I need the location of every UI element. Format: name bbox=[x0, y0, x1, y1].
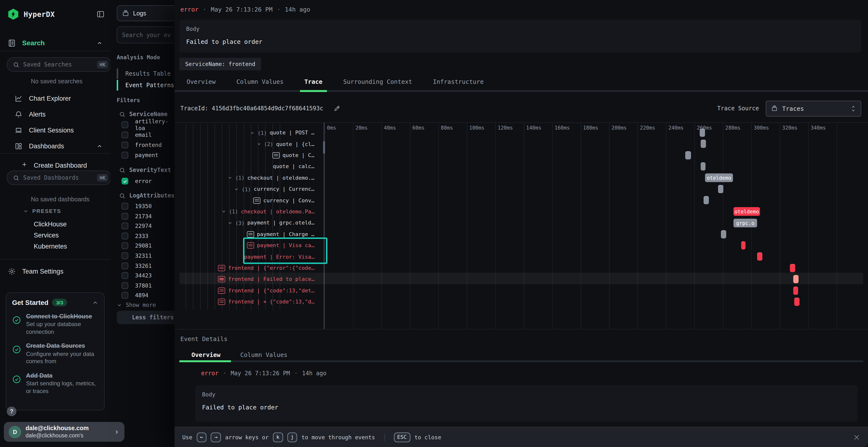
checkbox[interactable] bbox=[122, 282, 128, 289]
k-key[interactable]: k bbox=[273, 432, 283, 442]
filter-option-32311[interactable]: 32311 bbox=[122, 251, 152, 260]
checkbox[interactable] bbox=[122, 132, 128, 138]
checkbox[interactable] bbox=[122, 243, 128, 249]
arrow-left-key[interactable]: ← bbox=[197, 432, 207, 442]
span-row-label[interactable]: quote | C… bbox=[179, 150, 319, 161]
filter-option-29081[interactable]: 29081 bbox=[122, 242, 152, 250]
create-dashboard-button[interactable]: Create Dashboard bbox=[0, 160, 111, 171]
sidebar-item-client-sessions[interactable]: Client Sessions bbox=[0, 124, 111, 136]
span-row-label[interactable]: frontend | {"error":{"code… bbox=[179, 263, 319, 274]
details-tab-overview[interactable]: Overview bbox=[191, 351, 220, 358]
span-duration-bar[interactable] bbox=[721, 230, 726, 238]
esc-key[interactable]: ESC bbox=[394, 432, 410, 442]
scrollbar-handle[interactable] bbox=[323, 141, 325, 153]
checkbox[interactable] bbox=[122, 122, 128, 128]
arrow-right-key[interactable]: → bbox=[211, 432, 221, 442]
filter-option-frontend[interactable]: frontend bbox=[122, 141, 162, 149]
analysis-mode-results-table[interactable]: Results Table bbox=[117, 68, 175, 79]
sidebar-item-alerts[interactable]: Alerts bbox=[0, 108, 111, 120]
preset-item-services[interactable]: Services bbox=[34, 232, 59, 239]
span-row-label[interactable]: frontend | Failed to place… bbox=[179, 274, 319, 285]
span-duration-bar[interactable] bbox=[741, 241, 745, 249]
saved-searches-input[interactable]: Saved Searches ⌘K bbox=[7, 57, 112, 72]
chevron-down-icon[interactable] bbox=[221, 209, 226, 214]
user-menu[interactable]: D dale@clickhouse.com dale@clickhouse.co… bbox=[4, 422, 124, 442]
saved-dashboards-input[interactable]: Saved Dashboards ⌘K bbox=[7, 171, 112, 185]
span-duration-bar[interactable] bbox=[794, 298, 800, 306]
chevron-down-icon[interactable] bbox=[234, 187, 239, 192]
span-row-label[interactable]: (1)checkout | oteldemo.Pa… bbox=[179, 206, 319, 217]
chevron-down-icon[interactable] bbox=[227, 176, 232, 180]
span-row-label[interactable]: (1)quote | POST … bbox=[179, 127, 319, 138]
span-bar-chip[interactable]: oteldemo bbox=[705, 173, 733, 182]
edit-icon[interactable] bbox=[334, 105, 340, 112]
chevron-down-icon[interactable] bbox=[256, 142, 261, 146]
span-row-label[interactable]: frontend | {"code":13,"det… bbox=[179, 285, 319, 296]
span-duration-bar[interactable] bbox=[701, 162, 706, 171]
checkbox[interactable] bbox=[122, 233, 128, 239]
sidebar-item-chart-explorer[interactable]: Chart Explorer bbox=[0, 93, 111, 104]
span-row-label[interactable]: quote | calc… bbox=[179, 161, 319, 172]
span-row-label[interactable]: currency | Conv… bbox=[179, 195, 319, 206]
checkbox[interactable] bbox=[122, 262, 128, 269]
filter-option-2333[interactable]: 2333 bbox=[122, 232, 148, 240]
sidebar-item-search[interactable]: Search bbox=[0, 37, 111, 49]
service-name-chip[interactable]: ServiceName: frontend bbox=[179, 58, 261, 70]
filter-option-37801[interactable]: 37801 bbox=[122, 281, 152, 290]
span-duration-bar[interactable] bbox=[793, 275, 799, 283]
tab-surrounding-context[interactable]: Surrounding Context bbox=[343, 78, 412, 85]
preset-item-kubernetes[interactable]: Kubernetes bbox=[34, 243, 67, 250]
filter-option-19350[interactable]: 19350 bbox=[122, 202, 152, 210]
analysis-mode-event-patterns[interactable]: Event Patterns bbox=[117, 80, 175, 91]
span-row-label[interactable]: (3)payment | grpc.oteld… bbox=[179, 217, 319, 229]
span-row-label[interactable]: (1)checkout | oteldemo.… bbox=[179, 172, 319, 183]
checkbox[interactable] bbox=[122, 272, 128, 279]
span-duration-bar[interactable] bbox=[790, 264, 795, 272]
presets-toggle[interactable]: PRESETS bbox=[23, 208, 61, 214]
span-duration-bar[interactable] bbox=[685, 151, 691, 160]
span-duration-bar[interactable] bbox=[704, 196, 709, 204]
span-bar-chip[interactable]: grpc.o bbox=[734, 218, 757, 227]
span-row-label[interactable]: (2)quote | {cl… bbox=[179, 138, 319, 150]
checkbox[interactable] bbox=[122, 213, 128, 219]
close-icon[interactable] bbox=[853, 434, 860, 441]
filter-option-22974[interactable]: 22974 bbox=[122, 221, 152, 230]
tab-overview[interactable]: Overview bbox=[187, 78, 216, 85]
sidebar-item-dashboards[interactable]: Dashboards bbox=[0, 140, 111, 152]
checkbox[interactable] bbox=[122, 252, 128, 259]
get-started-item-connect-to-clickhouse[interactable]: Connect to ClickHouseSet up your databas… bbox=[12, 313, 98, 336]
j-key[interactable]: j bbox=[287, 432, 297, 442]
span-bar-chip[interactable]: oteldemo bbox=[734, 207, 760, 216]
help-button[interactable]: ? bbox=[7, 407, 17, 416]
sidebar-collapse-icon[interactable] bbox=[96, 10, 105, 18]
span-duration-bar[interactable] bbox=[757, 253, 763, 261]
span-duration-bar[interactable] bbox=[793, 286, 798, 295]
checkbox[interactable] bbox=[122, 152, 128, 159]
get-started-item-create-data-sources[interactable]: Create Data SourcesConfigure where your … bbox=[12, 342, 98, 366]
preset-item-clickhouse[interactable]: ClickHouse bbox=[34, 220, 67, 228]
span-duration-bar[interactable] bbox=[718, 185, 723, 193]
checkbox[interactable] bbox=[122, 222, 128, 229]
show-more-button[interactable]: Show more bbox=[117, 302, 156, 308]
span-duration-bar[interactable] bbox=[701, 140, 706, 148]
filter-option-error[interactable]: error bbox=[122, 177, 152, 185]
span-row-label[interactable]: (1)currency | Currenc… bbox=[179, 183, 319, 195]
source-select-button[interactable]: Logs bbox=[117, 5, 175, 21]
details-tab-column-values[interactable]: Column Values bbox=[240, 351, 287, 358]
trace-source-select[interactable]: Traces bbox=[766, 100, 861, 116]
chevron-up-icon[interactable] bbox=[92, 299, 98, 306]
filter-option-4894[interactable]: 4894 bbox=[122, 291, 148, 300]
filter-option-artillery-loa[interactable]: artillery-loa bbox=[122, 121, 175, 129]
chevron-down-icon[interactable] bbox=[227, 220, 232, 226]
event-search-input[interactable]: Search your ev bbox=[117, 27, 175, 43]
tab-infrastructure[interactable]: Infrastructure bbox=[433, 78, 484, 85]
filter-option-33261[interactable]: 33261 bbox=[122, 261, 152, 270]
checkbox[interactable] bbox=[122, 203, 128, 209]
get-started-item-add-data[interactable]: Add DataStart sending logs, metrics, or … bbox=[12, 372, 98, 395]
filter-option-email[interactable]: email bbox=[122, 131, 152, 139]
checkbox[interactable] bbox=[122, 142, 128, 148]
sidebar-item-team-settings[interactable]: Team Settings bbox=[0, 265, 111, 277]
filter-option-payment[interactable]: payment bbox=[122, 151, 158, 160]
span-duration-bar[interactable] bbox=[700, 129, 705, 137]
tab-column-values[interactable]: Column Values bbox=[236, 78, 283, 85]
